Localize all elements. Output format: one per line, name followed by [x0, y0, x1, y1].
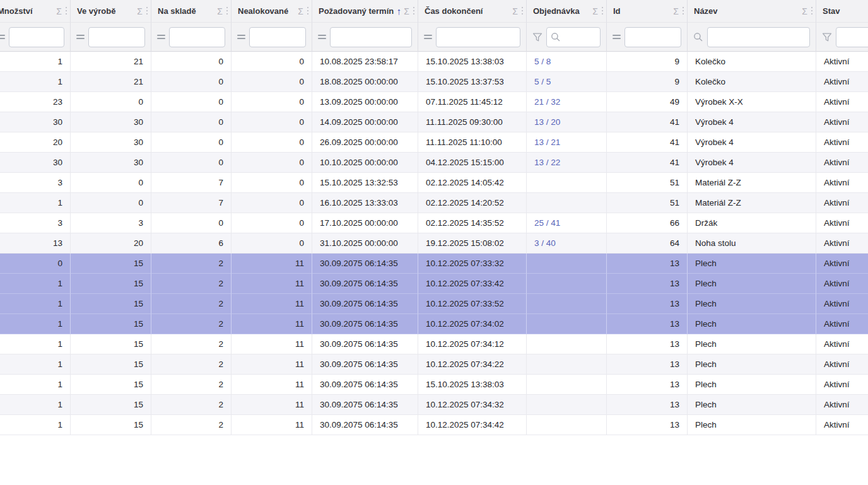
- sum-icon[interactable]: Σ: [217, 6, 223, 16]
- sum-icon[interactable]: Σ: [673, 6, 679, 16]
- order-link[interactable]: 5 / 5: [534, 77, 551, 86]
- column-header-ve-vyrobe[interactable]: Ve výroběΣ: [71, 0, 151, 23]
- filter-cell-cas-dokonceni: [418, 23, 527, 52]
- column-header-pozadovany-termin[interactable]: Požadovaný termín↑Σ: [312, 0, 418, 23]
- table-row[interactable]: 107016.10.2025 13:33:0302.12.2025 14:20:…: [0, 193, 868, 213]
- cell-id: 9: [607, 72, 688, 92]
- sum-icon[interactable]: Σ: [512, 6, 518, 16]
- filter-input-nealokovane[interactable]: [249, 27, 306, 47]
- column-label-mnozstvi: Množství: [0, 6, 54, 16]
- table-row[interactable]: 30300010.10.2025 00:00:0004.12.2025 15:1…: [0, 153, 868, 173]
- column-header-stav[interactable]: StavΣ: [816, 0, 868, 23]
- cell-mnozstvi: 3: [0, 213, 71, 233]
- filter-input-mnozstvi[interactable]: [9, 27, 64, 47]
- filter-input-pozadovany-termin[interactable]: [330, 27, 412, 47]
- column-header-nealokovane[interactable]: NealokovanéΣ: [232, 0, 312, 23]
- column-resize-handle[interactable]: [683, 7, 684, 16]
- table-row[interactable]: 307015.10.2025 13:32:5302.12.2025 14:05:…: [0, 173, 868, 193]
- sum-icon[interactable]: Σ: [137, 6, 143, 16]
- column-resize-handle[interactable]: [226, 7, 228, 16]
- filter-input-ve-vyrobe[interactable]: [88, 27, 145, 47]
- cell-id: 13: [607, 375, 688, 395]
- column-resize-handle[interactable]: [307, 7, 308, 16]
- order-link[interactable]: 13 / 22: [534, 158, 560, 167]
- column-resize-handle[interactable]: [146, 7, 148, 16]
- cell-stav: Aktivní: [816, 153, 868, 173]
- column-header-cas-dokonceni[interactable]: Čas dokončeníΣ: [418, 0, 527, 23]
- cell-id: 51: [607, 173, 688, 193]
- equals-filter-icon[interactable]: [613, 34, 621, 40]
- column-header-id[interactable]: IdΣ: [607, 0, 688, 23]
- table-row[interactable]: 11521130.09.2075 06:14:3510.12.2025 07:3…: [0, 334, 868, 354]
- cell-nazev: Kolečko: [688, 52, 816, 72]
- column-header-objednavka[interactable]: ObjednávkaΣ: [527, 0, 607, 23]
- column-resize-handle[interactable]: [66, 7, 67, 16]
- table-row[interactable]: 2300013.09.2025 00:00:0007.11.2025 11:45…: [0, 92, 868, 112]
- table-row[interactable]: 11521130.09.2075 06:14:3510.12.2025 07:3…: [0, 294, 868, 314]
- cell-ve-vyrobe: 15: [71, 254, 151, 274]
- sum-icon[interactable]: Σ: [592, 6, 598, 16]
- cell-stav: Aktivní: [816, 173, 868, 193]
- column-resize-handle[interactable]: [413, 7, 414, 16]
- sum-icon[interactable]: Σ: [298, 6, 303, 16]
- column-resize-handle[interactable]: [602, 7, 603, 16]
- cell-na-sklade: 2: [151, 274, 232, 294]
- cell-na-sklade: 7: [151, 193, 232, 213]
- filter-input-nazev[interactable]: [707, 27, 810, 47]
- filter-input-cas-dokonceni[interactable]: [436, 27, 520, 47]
- equals-filter-icon[interactable]: [424, 34, 432, 40]
- order-link[interactable]: 3 / 40: [534, 238, 556, 248]
- sum-icon[interactable]: Σ: [56, 6, 62, 16]
- search-input-box: [546, 27, 601, 47]
- sort-ascending-icon: ↑: [397, 6, 402, 16]
- cell-nealokovane: 11: [232, 395, 312, 415]
- equals-filter-icon[interactable]: [237, 34, 245, 40]
- cell-na-sklade: 0: [151, 72, 232, 92]
- cell-nazev: Materiál Z-Z: [688, 173, 816, 193]
- order-link[interactable]: 13 / 20: [534, 117, 560, 127]
- sum-icon[interactable]: Σ: [404, 6, 409, 16]
- table-row[interactable]: 20300026.09.2025 00:00:0011.11.2025 11:1…: [0, 132, 868, 153]
- table-row[interactable]: 11521130.09.2075 06:14:3510.12.2025 07:3…: [0, 395, 868, 415]
- order-link[interactable]: 25 / 41: [534, 218, 560, 228]
- table-row[interactable]: 11521130.09.2075 06:14:3515.10.2025 13:3…: [0, 375, 868, 395]
- cell-pozadovany-termin: 16.10.2025 13:33:03: [312, 193, 418, 213]
- cell-nealokovane: 0: [232, 72, 312, 92]
- order-link[interactable]: 21 / 32: [534, 97, 560, 107]
- cell-na-sklade: 0: [151, 213, 232, 233]
- cell-mnozstvi: 1: [0, 52, 71, 72]
- cell-nealokovane: 0: [232, 132, 312, 153]
- column-resize-handle[interactable]: [522, 7, 523, 16]
- equals-filter-icon[interactable]: [157, 34, 165, 40]
- cell-mnozstvi: 1: [0, 72, 71, 92]
- order-link[interactable]: 13 / 21: [534, 137, 560, 147]
- column-header-mnozstvi[interactable]: MnožstvíΣ: [0, 0, 71, 23]
- funnel-filter-icon[interactable]: [822, 32, 832, 42]
- table-row[interactable]: 1210010.08.2025 23:58:1715.10.2025 13:38…: [0, 52, 868, 72]
- cell-stav: Aktivní: [816, 415, 868, 435]
- column-label-cas-dokonceni: Čas dokončení: [425, 6, 510, 16]
- table-row[interactable]: 30300014.09.2025 00:00:0011.11.2025 09:3…: [0, 112, 868, 132]
- equals-filter-icon[interactable]: [318, 34, 326, 40]
- funnel-filter-icon[interactable]: [532, 32, 542, 42]
- cell-stav: Aktivní: [816, 72, 868, 92]
- column-header-na-sklade[interactable]: Na skladěΣ: [151, 0, 232, 23]
- table-row[interactable]: 330017.10.2025 00:00:0002.12.2025 14:35:…: [0, 213, 868, 233]
- column-resize-handle[interactable]: [811, 7, 812, 16]
- column-header-nazev[interactable]: NázevΣ: [688, 0, 816, 23]
- cell-stav: Aktivní: [816, 375, 868, 395]
- table-row[interactable]: 1210018.08.2025 00:00:0015.10.2025 13:37…: [0, 72, 868, 92]
- equals-filter-icon[interactable]: [76, 34, 85, 40]
- table-row[interactable]: 11521130.09.2075 06:14:3510.12.2025 07:3…: [0, 415, 868, 435]
- table-row[interactable]: 11521130.09.2075 06:14:3510.12.2025 07:3…: [0, 354, 868, 375]
- equals-filter-icon[interactable]: [0, 34, 5, 40]
- table-row[interactable]: 13206031.10.2025 00:00:0019.12.2025 15:0…: [0, 233, 868, 254]
- table-row[interactable]: 01521130.09.2075 06:14:3510.12.2025 07:3…: [0, 254, 868, 274]
- sum-icon[interactable]: Σ: [802, 6, 807, 16]
- order-link[interactable]: 5 / 8: [534, 57, 551, 66]
- filter-input-stav[interactable]: [836, 27, 868, 47]
- filter-input-na-sklade[interactable]: [169, 27, 225, 47]
- table-row[interactable]: 11521130.09.2075 06:14:3510.12.2025 07:3…: [0, 274, 868, 294]
- table-row[interactable]: 11521130.09.2075 06:14:3510.12.2025 07:3…: [0, 314, 868, 334]
- filter-input-id[interactable]: [625, 27, 681, 47]
